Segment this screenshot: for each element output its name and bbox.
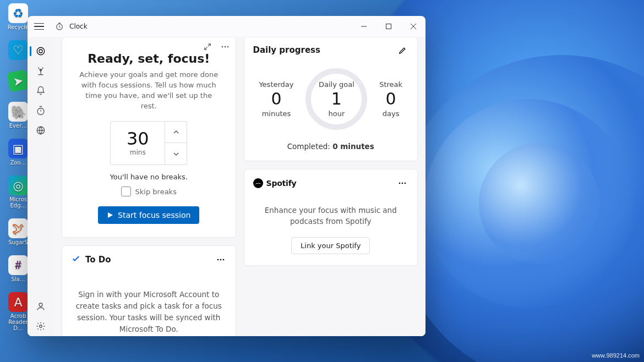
completed-text: Completed: 0 minutes bbox=[253, 142, 409, 151]
svg-point-11 bbox=[217, 259, 219, 261]
focus-heading: Ready, set, focus! bbox=[72, 52, 226, 65]
more-icon[interactable] bbox=[396, 177, 408, 189]
slack-icon: ＃ bbox=[8, 255, 28, 275]
recycle-bin-icon: ♻ bbox=[8, 3, 28, 23]
spotify-card: Spotify Enhance your focus with music an… bbox=[244, 169, 418, 266]
svg-point-10 bbox=[227, 46, 228, 48]
svg-point-13 bbox=[222, 259, 224, 261]
svg-rect-1 bbox=[386, 24, 391, 29]
sugarsync-icon: 🕊 bbox=[8, 218, 28, 238]
heart-icon: ♡ bbox=[8, 40, 28, 60]
watermark: www.989214.com bbox=[592, 352, 640, 359]
focus-description: Achieve your goals and get more done wit… bbox=[72, 70, 226, 111]
maximize-button[interactable] bbox=[376, 16, 401, 37]
svg-point-2 bbox=[37, 47, 45, 55]
svg-point-12 bbox=[220, 259, 221, 261]
sidebar-item-focus[interactable] bbox=[30, 41, 52, 61]
more-icon[interactable] bbox=[215, 254, 227, 266]
sidebar-item-world-clock[interactable] bbox=[30, 120, 52, 140]
main-content: Ready, set, focus! Achieve your goals an… bbox=[54, 37, 425, 336]
todo-title: To Do bbox=[85, 255, 111, 265]
evernote-icon: 🐘 bbox=[8, 102, 28, 122]
todo-card: To Do Sign in with your Microsoft Accoun… bbox=[62, 245, 236, 336]
window-title: Clock bbox=[69, 23, 88, 30]
sidebar bbox=[28, 37, 54, 336]
todo-description: Sign in with your Microsoft Account to c… bbox=[71, 289, 227, 335]
daily-goal-ring: Daily goal 1 hour bbox=[305, 68, 367, 130]
svg-point-14 bbox=[399, 183, 401, 184]
skip-breaks-checkbox[interactable] bbox=[121, 187, 131, 196]
timer-value: 30 bbox=[127, 130, 149, 147]
timer-value-box[interactable]: 30 mins bbox=[110, 121, 165, 165]
svg-point-3 bbox=[39, 50, 42, 53]
sidebar-item-account[interactable] bbox=[30, 297, 52, 316]
send-icon: ➤ bbox=[7, 69, 30, 92]
stat-yesterday: Yesterday 0 minutes bbox=[259, 80, 293, 118]
spotify-description: Enhance your focus with music and podcas… bbox=[253, 205, 409, 227]
spotify-icon bbox=[253, 178, 263, 188]
svg-point-16 bbox=[405, 183, 406, 184]
close-button[interactable] bbox=[401, 16, 425, 37]
daily-progress-card: Daily progress Yesterday 0 minutes Daily… bbox=[244, 37, 418, 161]
acrobat-icon: A bbox=[8, 292, 28, 312]
svg-point-7 bbox=[40, 325, 42, 328]
clock-window: Clock bbox=[28, 16, 425, 336]
svg-point-6 bbox=[39, 303, 42, 306]
more-icon[interactable] bbox=[219, 41, 231, 53]
timer-stepper: 30 mins bbox=[72, 121, 226, 165]
play-icon bbox=[107, 212, 113, 218]
svg-point-9 bbox=[224, 46, 226, 48]
sidebar-item-stopwatch[interactable] bbox=[30, 101, 52, 120]
svg-point-15 bbox=[402, 183, 403, 184]
increment-button[interactable] bbox=[165, 121, 187, 143]
sidebar-item-alarm[interactable] bbox=[30, 81, 52, 101]
titlebar: Clock bbox=[28, 16, 425, 37]
stat-streak: Streak 0 days bbox=[379, 80, 402, 118]
breaks-text: You'll have no breaks. bbox=[72, 173, 226, 181]
link-spotify-button[interactable]: Link your Spotify bbox=[291, 237, 370, 254]
edit-icon[interactable] bbox=[396, 44, 408, 56]
hamburger-menu-button[interactable] bbox=[33, 20, 45, 32]
svg-point-8 bbox=[221, 46, 223, 48]
start-focus-button[interactable]: Start focus session bbox=[98, 206, 199, 224]
zoom-icon: ▣ bbox=[8, 139, 28, 158]
progress-title: Daily progress bbox=[253, 45, 320, 55]
todo-icon bbox=[71, 255, 81, 265]
sidebar-item-settings[interactable] bbox=[30, 316, 52, 336]
timer-unit: mins bbox=[130, 149, 146, 156]
expand-icon[interactable] bbox=[201, 41, 214, 53]
decrement-button[interactable] bbox=[165, 143, 187, 165]
edge-icon: ◎ bbox=[8, 175, 28, 195]
minimize-button[interactable] bbox=[351, 16, 376, 37]
sidebar-item-timer[interactable] bbox=[30, 61, 52, 81]
clock-app-icon bbox=[55, 22, 64, 31]
spotify-name: Spotify bbox=[266, 179, 297, 188]
focus-session-card: Ready, set, focus! Achieve your goals an… bbox=[62, 37, 236, 238]
skip-breaks-label: Skip breaks bbox=[135, 188, 177, 196]
